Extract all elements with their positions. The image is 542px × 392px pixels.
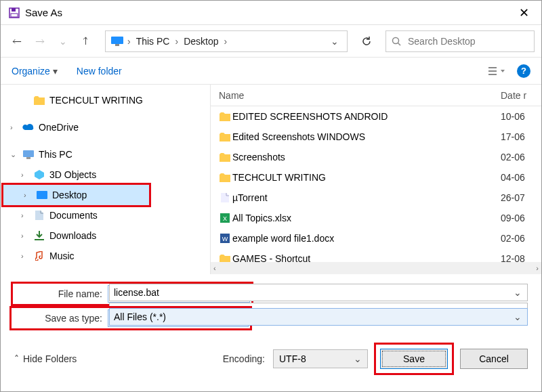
svg-rect-1 bbox=[12, 8, 16, 12]
save-icon bbox=[9, 7, 20, 18]
scroll-right-icon[interactable]: › bbox=[536, 264, 539, 272]
svg-rect-11 bbox=[26, 157, 30, 159]
file-date: 17-06 bbox=[501, 131, 541, 142]
list-item[interactable]: GAMES - Shortcut12-08 bbox=[211, 248, 541, 262]
folder-icon bbox=[217, 255, 232, 263]
close-button[interactable]: ✕ bbox=[512, 3, 536, 23]
column-date[interactable]: Date r bbox=[501, 90, 541, 101]
forward-button[interactable]: 🡒 bbox=[30, 32, 49, 51]
chevron-down-icon: ⌄ bbox=[10, 150, 18, 159]
file-name: Edited Screenshots WINDOWS bbox=[232, 131, 501, 142]
file-name: example word file1.docx bbox=[232, 233, 501, 244]
encoding-combo[interactable]: UTF-8 bbox=[273, 349, 368, 368]
svg-rect-10 bbox=[23, 150, 34, 157]
chevron-right-icon: › bbox=[223, 36, 229, 47]
tree-item-3dobjects[interactable]: › 3D Objects bbox=[1, 165, 210, 185]
svg-rect-4 bbox=[115, 44, 119, 46]
chevron-right-icon: › bbox=[173, 36, 180, 47]
footer: ˄ Hide Folders Encoding: UTF-8 Save Canc… bbox=[1, 338, 541, 384]
list-item[interactable]: EDITED SCREENSHOTS ANDROID10-06 bbox=[211, 106, 541, 127]
file-date: 09-06 bbox=[501, 213, 541, 223]
tree-item-thispc[interactable]: ⌄ This PC bbox=[1, 144, 210, 165]
folder-tree: TECHCULT WRITING › OneDrive ⌄ This PC › … bbox=[1, 85, 211, 274]
organize-label: Organize bbox=[12, 66, 50, 77]
saveastype-value-full: All Files (*.*) bbox=[114, 311, 166, 322]
file-list-header[interactable]: Name Date r bbox=[211, 85, 541, 106]
back-button[interactable]: 🡐 bbox=[7, 32, 26, 51]
svg-point-5 bbox=[393, 37, 399, 43]
explorer-body: TECHCULT WRITING › OneDrive ⌄ This PC › … bbox=[1, 85, 541, 274]
list-item[interactable]: Screenshots02-06 bbox=[211, 147, 541, 167]
file-list-body: EDITED SCREENSHOTS ANDROID10-06 Edited S… bbox=[211, 106, 541, 262]
cube-icon bbox=[33, 170, 45, 179]
column-name[interactable]: Name bbox=[211, 90, 501, 101]
refresh-button[interactable] bbox=[356, 30, 377, 52]
tree-item-documents[interactable]: › Documents bbox=[1, 205, 210, 225]
filename-field[interactable]: license.bat bbox=[109, 284, 528, 301]
svg-text:X: X bbox=[223, 215, 227, 222]
navbar: 🡐 🡒 ⌄ 🡑 › This PC › Desktop › ⌄ bbox=[1, 25, 541, 58]
save-button-label: Save bbox=[403, 353, 425, 364]
file-date: 02-06 bbox=[501, 233, 541, 244]
file-name: Screenshots bbox=[232, 152, 501, 162]
file-date: 12-08 bbox=[501, 253, 541, 262]
list-item[interactable]: XAll Topics.xlsx09-06 bbox=[211, 208, 541, 228]
file-list: Name Date r EDITED SCREENSHOTS ANDROID10… bbox=[211, 85, 541, 274]
document-icon bbox=[33, 211, 45, 220]
tree-label: This PC bbox=[39, 149, 72, 160]
excel-icon: X bbox=[217, 213, 232, 223]
save-button[interactable]: Save bbox=[380, 349, 448, 369]
folder-icon bbox=[217, 112, 232, 121]
breadcrumb-desktop[interactable]: Desktop bbox=[180, 34, 222, 49]
cloud-icon bbox=[22, 123, 35, 131]
hide-folders-button[interactable]: ˄ Hide Folders bbox=[14, 353, 77, 364]
saveastype-combo[interactable]: All Files (*.*) bbox=[109, 308, 528, 326]
file-date: 26-07 bbox=[501, 192, 541, 203]
cancel-button[interactable]: Cancel bbox=[460, 349, 528, 369]
svg-rect-9 bbox=[488, 74, 497, 75]
tree-item-onedrive[interactable]: › OneDrive bbox=[1, 117, 210, 137]
chevron-right-icon: › bbox=[21, 171, 29, 179]
chevron-right-icon: › bbox=[126, 36, 132, 47]
chevron-right-icon: › bbox=[21, 211, 29, 219]
tree-item-techcult[interactable]: TECHCULT WRITING bbox=[1, 90, 210, 110]
up-button[interactable]: 🡑 bbox=[77, 32, 96, 51]
hide-folders-label: Hide Folders bbox=[23, 353, 77, 364]
svg-rect-12 bbox=[37, 191, 47, 199]
search-input[interactable] bbox=[406, 35, 528, 47]
scroll-left-icon[interactable]: ‹ bbox=[213, 264, 216, 272]
encoding-value: UTF-8 bbox=[279, 353, 306, 364]
organize-menu[interactable]: Organize ▾ bbox=[12, 66, 58, 77]
list-item[interactable]: Wexample word file1.docx02-06 bbox=[211, 228, 541, 248]
tree-item-downloads[interactable]: › Downloads bbox=[1, 225, 210, 246]
tree-item-music[interactable]: › Music bbox=[1, 246, 210, 266]
svg-text:W: W bbox=[222, 236, 228, 242]
newfolder-label: New folder bbox=[77, 66, 122, 77]
svg-rect-3 bbox=[111, 37, 123, 44]
horizontal-scrollbar[interactable]: ‹ › bbox=[211, 262, 541, 274]
view-options-button[interactable] bbox=[488, 66, 506, 77]
caret-down-icon: ▾ bbox=[53, 66, 58, 77]
address-bar[interactable]: › This PC › Desktop › ⌄ bbox=[105, 30, 348, 52]
tree-label: Desktop bbox=[52, 190, 87, 200]
file-name: EDITED SCREENSHOTS ANDROID bbox=[232, 111, 501, 122]
file-name: GAMES - Shortcut bbox=[232, 253, 501, 262]
recent-dropdown[interactable]: ⌄ bbox=[54, 32, 72, 51]
search-box[interactable] bbox=[385, 30, 535, 52]
file-date: 10-06 bbox=[501, 111, 541, 122]
list-item[interactable]: µTorrent26-07 bbox=[211, 188, 541, 208]
monitor-icon bbox=[111, 37, 123, 46]
address-dropdown[interactable]: ⌄ bbox=[327, 36, 343, 47]
breadcrumb-thispc[interactable]: This PC bbox=[132, 34, 174, 49]
newfolder-button[interactable]: New folder bbox=[77, 66, 122, 77]
tree-label: Documents bbox=[49, 210, 98, 221]
file-name: All Topics.xlsx bbox=[232, 213, 501, 223]
tree-item-desktop[interactable]: › Desktop bbox=[3, 185, 149, 205]
list-item[interactable]: Edited Screenshots WINDOWS17-06 bbox=[211, 127, 541, 147]
search-icon bbox=[392, 37, 401, 46]
encoding-label: Encoding: bbox=[223, 353, 265, 364]
list-item[interactable]: TECHCULT WRITING04-06 bbox=[211, 167, 541, 188]
help-button[interactable]: ? bbox=[517, 64, 530, 78]
file-icon bbox=[217, 193, 232, 202]
tree-label: OneDrive bbox=[39, 122, 79, 133]
